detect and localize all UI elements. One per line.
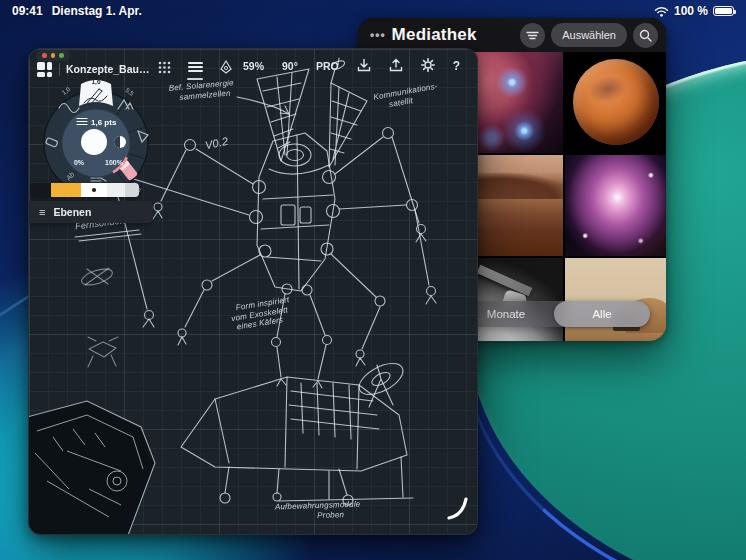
- grid-dots-icon: [158, 61, 171, 74]
- layers-panel-button[interactable]: [186, 58, 204, 76]
- mediathek-title: Mediathek: [392, 25, 477, 45]
- minimize-dot[interactable]: [51, 53, 56, 58]
- battery-icon: [713, 6, 734, 16]
- swatch-white-selected[interactable]: [81, 183, 107, 197]
- settings-button[interactable]: [412, 58, 444, 74]
- layers-bar[interactable]: ≡ Ebenen: [29, 201, 153, 223]
- app-logo-icon[interactable]: [37, 62, 52, 77]
- mediathek-header: ••• Mediathek Auswählen: [358, 18, 666, 52]
- zoom-dot[interactable]: [59, 53, 64, 58]
- mars-disc: [573, 59, 659, 145]
- rotation-value[interactable]: 90°: [273, 60, 307, 72]
- photo-desert-rover[interactable]: [565, 258, 666, 341]
- swatch-light-gray[interactable]: [107, 183, 125, 197]
- window-menu-dots[interactable]: •••: [370, 28, 386, 42]
- close-dot[interactable]: [42, 53, 47, 58]
- annotation-storage: Aufbewahrungsmodule Proben: [275, 500, 361, 522]
- pro-badge[interactable]: PRO: [307, 60, 348, 72]
- ipad-screen: 09:41 Dienstag 1. Apr. 100 % ••• Mediath…: [0, 0, 746, 560]
- filter-button[interactable]: [520, 23, 545, 48]
- library-segmented-control: Monate Alle: [458, 301, 650, 327]
- wifi-icon: [654, 6, 669, 17]
- date: Dienstag 1. Apr.: [52, 4, 142, 18]
- pen-nib-icon: [219, 60, 233, 74]
- active-pencil-tool[interactable]: 1,6: [79, 78, 113, 106]
- window-controls[interactable]: [36, 50, 70, 61]
- separator: [59, 63, 60, 76]
- grid-tools-button[interactable]: [155, 58, 173, 76]
- color-well[interactable]: [81, 129, 107, 155]
- opacity-min-label: 0%: [74, 159, 85, 166]
- hamburger-icon: ≡: [39, 206, 45, 218]
- import-icon: [357, 58, 371, 72]
- active-size-label: 1,6: [91, 78, 100, 86]
- export-button[interactable]: [380, 58, 412, 74]
- color-swatch-bar: [31, 183, 139, 197]
- select-button[interactable]: Auswählen: [551, 23, 627, 47]
- size-label-left: 1.0: [61, 86, 72, 96]
- swatch-amber[interactable]: [51, 183, 81, 197]
- concepts-toolbar: Konzepte_Bau…: [29, 49, 477, 79]
- search-icon: [639, 29, 652, 42]
- search-button[interactable]: [633, 23, 658, 48]
- swatch-black[interactable]: [31, 183, 51, 197]
- layers-label: Ebenen: [53, 206, 91, 218]
- clock: 09:41: [12, 4, 43, 18]
- photo-mars-planet[interactable]: [565, 52, 666, 153]
- photo-orion-nebula[interactable]: [565, 155, 666, 256]
- page-curl[interactable]: [449, 499, 466, 518]
- segment-all[interactable]: Alle: [554, 301, 650, 327]
- stacked-lines-icon: [188, 61, 203, 73]
- precision-tools-button[interactable]: [217, 58, 235, 76]
- import-button[interactable]: [348, 58, 380, 74]
- size-label-right: 5.5: [124, 87, 135, 97]
- battery-percent: 100 %: [674, 4, 708, 18]
- filter-lines-icon: [526, 31, 539, 40]
- gear-icon: [421, 58, 435, 72]
- opacity-max-label: 100%: [105, 159, 124, 166]
- concepts-window: Bef. Solarenergie sammelzellen Kommunika…: [28, 48, 478, 535]
- spacecraft-solar-panel: [476, 265, 532, 296]
- help-button[interactable]: ?: [444, 59, 469, 73]
- size-value-label: 1,6 pts: [91, 118, 117, 127]
- swatch-gray[interactable]: [125, 183, 139, 197]
- export-share-icon: [389, 58, 403, 72]
- document-title[interactable]: Konzepte_Bau…: [66, 63, 149, 75]
- zoom-level[interactable]: 59%: [234, 60, 273, 72]
- contrast-icon[interactable]: [114, 136, 126, 148]
